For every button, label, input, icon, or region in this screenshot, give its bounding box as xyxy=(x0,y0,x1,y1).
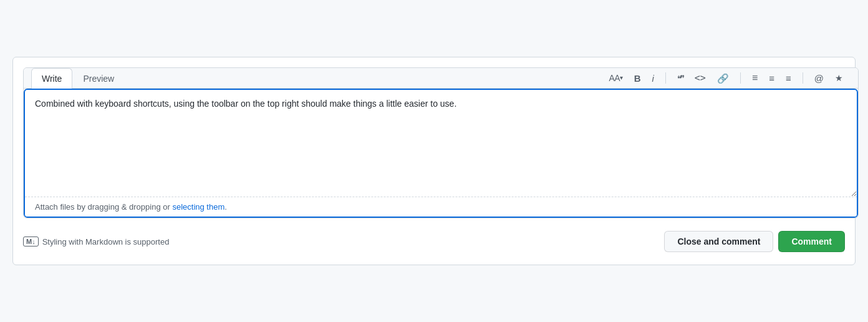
attach-link[interactable]: selecting them xyxy=(172,202,224,212)
comment-button[interactable]: Comment xyxy=(778,231,845,252)
editor-container: Write Preview AA▾ B i ❝❞ <> 🔗 xyxy=(23,67,859,218)
toolbar-divider-3 xyxy=(803,72,803,84)
quote-button[interactable]: ❝❞ xyxy=(675,73,686,84)
unordered-list-button[interactable]: ≡ xyxy=(750,72,760,84)
markdown-hint: M↓ Styling with Markdown is supported xyxy=(23,237,169,246)
tab-bar: Write Preview AA▾ B i ❝❞ <> 🔗 xyxy=(24,68,858,89)
close-and-comment-button[interactable]: Close and comment xyxy=(664,231,773,252)
editor-wrapper: Combined with keyboard shortcuts, using … xyxy=(24,89,858,218)
toolbar-group-misc: @ ★ xyxy=(812,72,846,84)
markdown-text: Styling with Markdown is supported xyxy=(42,237,170,246)
toolbar: AA▾ B i ❝❞ <> 🔗 ≡ ≡ ≡ xyxy=(601,68,851,88)
editor-outer: Write Preview AA▾ B i ❝❞ <> 🔗 xyxy=(12,57,856,265)
markdown-icon: M↓ xyxy=(23,237,39,246)
mention-button[interactable]: @ xyxy=(812,72,826,84)
attach-text-after: . xyxy=(224,202,227,212)
bold-button[interactable]: B xyxy=(632,72,644,84)
toolbar-group-format: ❝❞ <> 🔗 xyxy=(675,72,731,84)
attach-bar: Attach files by dragging & dropping or s… xyxy=(25,197,857,217)
comment-textarea[interactable]: Combined with keyboard shortcuts, using … xyxy=(25,90,857,197)
italic-button[interactable]: i xyxy=(649,72,656,84)
toolbar-divider-1 xyxy=(665,72,666,84)
tab-preview[interactable]: Preview xyxy=(72,68,125,89)
toolbar-group-list: ≡ ≡ ≡ xyxy=(750,72,794,84)
tab-left: Write Preview xyxy=(31,68,125,88)
font-size-arrow: ▾ xyxy=(620,75,623,81)
link-button[interactable]: 🔗 xyxy=(715,72,731,84)
bookmark-button[interactable]: ★ xyxy=(832,72,846,84)
code-button[interactable]: <> xyxy=(692,72,708,84)
toolbar-group-font: AA▾ B i xyxy=(606,72,656,84)
toolbar-divider-2 xyxy=(740,72,741,84)
tab-write[interactable]: Write xyxy=(31,68,72,89)
ordered-list-button[interactable]: ≡ xyxy=(766,72,777,84)
font-size-label: AA xyxy=(609,74,620,82)
attach-text-before: Attach files by dragging & dropping or xyxy=(35,202,172,212)
font-size-button[interactable]: AA▾ xyxy=(606,72,625,84)
footer: M↓ Styling with Markdown is supported Cl… xyxy=(23,223,845,255)
footer-buttons: Close and comment Comment xyxy=(664,231,845,252)
task-list-button[interactable]: ≡ xyxy=(783,72,794,84)
